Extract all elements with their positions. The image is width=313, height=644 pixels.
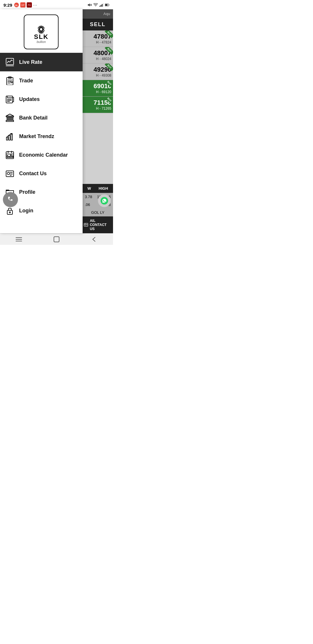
trade-icon	[5, 75, 15, 86]
pg-icon: PG	[27, 2, 32, 8]
nav-menu-button[interactable]	[10, 234, 28, 245]
gifl-icon: GF	[20, 2, 26, 8]
buy-badge-5	[104, 97, 113, 106]
svg-point-4	[95, 6, 96, 6]
chart-up-icon	[6, 58, 14, 66]
buy-badge-2	[104, 47, 113, 56]
svg-rect-36	[9, 117, 10, 120]
bar-chart-icon	[6, 132, 14, 141]
nav-back-button[interactable]	[85, 234, 103, 245]
svg-rect-40	[9, 135, 10, 140]
menu-item-contact-us[interactable]: Contact Us	[0, 164, 83, 183]
menu-item-updates[interactable]: Updates	[0, 90, 83, 108]
updates-icon	[5, 94, 15, 104]
wifi-icon	[93, 3, 98, 7]
rate-item-5: 71158 H - 71265	[83, 97, 113, 113]
rate-high-1: H - 47824	[96, 40, 111, 44]
logo-subtitle: bullion	[37, 40, 46, 44]
svg-rect-37	[10, 117, 11, 120]
calendar-chart-icon	[6, 151, 14, 159]
contact-us-label: Contact Us	[19, 171, 47, 177]
clipboard-icon	[6, 76, 14, 85]
bg-bottom-labels: W HIGH	[83, 184, 113, 193]
more-apps-indicator: ···	[33, 3, 37, 7]
hamburger-icon	[15, 237, 22, 242]
bg-header-text: Aqu	[83, 9, 113, 18]
svg-rect-49	[12, 156, 13, 158]
svg-rect-41	[11, 134, 12, 140]
rate-high-2: H - 48024	[96, 57, 111, 61]
contact-us-icon	[5, 168, 15, 179]
buy-badge-1	[104, 30, 113, 40]
phone-fab[interactable]	[3, 192, 18, 207]
mute-icon	[87, 3, 92, 7]
trade-label: Trade	[19, 78, 33, 84]
battery-icon	[105, 3, 110, 6]
svg-text:SL: SL	[15, 4, 18, 7]
svg-rect-47	[9, 156, 10, 158]
bg-header-label: Aqu	[103, 12, 110, 16]
login-label: Login	[19, 208, 33, 214]
buy-badge-3	[104, 64, 113, 73]
svg-rect-55	[7, 210, 12, 214]
economic-calendar-icon	[5, 150, 15, 160]
svg-point-56	[9, 212, 10, 213]
sell-button[interactable]: SELL	[83, 18, 113, 30]
svg-rect-46	[7, 155, 8, 158]
menu-item-bank-detail[interactable]: Bank Detail	[0, 108, 83, 127]
svg-marker-32	[6, 114, 14, 116]
low-label: W	[88, 186, 91, 191]
rate-item-3: 49290 H - 49308	[83, 64, 113, 80]
contact-bar-text: AIL CONTACT US	[90, 219, 112, 231]
buy-badge-4	[104, 80, 113, 89]
bank-detail-label: Bank Detail	[19, 115, 48, 121]
live-rate-label: Live Rate	[19, 59, 42, 65]
svg-rect-35	[7, 117, 8, 120]
menu-item-trade[interactable]: Trade	[0, 71, 83, 90]
main-container: SLK bullion Live Rate	[0, 9, 113, 233]
svg-rect-38	[12, 117, 13, 120]
contact-bar-icon	[84, 222, 88, 228]
svg-rect-7	[102, 4, 103, 7]
logo-brand-name: SLK	[34, 34, 48, 40]
menu-item-live-rate[interactable]: Live Rate	[0, 53, 83, 71]
drawer-logo-area: SLK bullion	[0, 9, 83, 53]
bottom-navigation	[0, 233, 113, 245]
market-trendz-label: Market Trendz	[19, 133, 54, 140]
rate-high-5: H - 71265	[96, 106, 111, 111]
svg-rect-10	[105, 4, 108, 6]
whatsapp-fab[interactable]	[98, 194, 111, 207]
rate-item-4: 69016 H - 69120	[83, 80, 113, 97]
rate-high-3: H - 49308	[96, 73, 111, 77]
svg-rect-19	[6, 58, 14, 65]
live-rate-icon	[5, 57, 15, 67]
market-trendz-icon	[5, 131, 15, 142]
nav-home-button[interactable]	[48, 234, 65, 245]
rate-item-1: 47807 H - 47824	[83, 30, 113, 47]
svg-point-51	[7, 172, 10, 175]
svg-rect-65	[54, 237, 59, 242]
rates-list: 47807 H - 47824 48007 H - 48024 49290 H …	[83, 30, 113, 184]
svg-rect-48	[10, 155, 11, 158]
menu-item-economic-calendar[interactable]: Economic Calendar	[0, 146, 83, 164]
number-left-1: 3.78	[85, 195, 92, 199]
newspaper-icon	[6, 95, 14, 104]
status-app-icons: SL GF PG ···	[14, 2, 37, 8]
status-time: 9:29	[3, 3, 12, 8]
sl-icon: SL	[14, 2, 19, 8]
bg-contact-bar: AIL CONTACT US	[83, 216, 113, 233]
bg-gol-ly: GOL LY	[83, 209, 113, 216]
svg-point-58	[85, 224, 86, 225]
bank-icon	[5, 113, 15, 123]
status-right-icons	[87, 3, 110, 7]
economic-calendar-label: Economic Calendar	[19, 152, 68, 158]
svg-rect-27	[7, 96, 12, 98]
square-icon	[53, 236, 60, 243]
slk-flower-logo	[32, 21, 50, 34]
phone-icon	[6, 196, 14, 204]
signal-icon	[99, 3, 103, 7]
menu-item-market-trendz[interactable]: Market Trendz	[0, 127, 83, 146]
high-label: HIGH	[99, 186, 108, 191]
bank-building-icon	[6, 113, 14, 122]
svg-rect-8	[103, 3, 103, 7]
